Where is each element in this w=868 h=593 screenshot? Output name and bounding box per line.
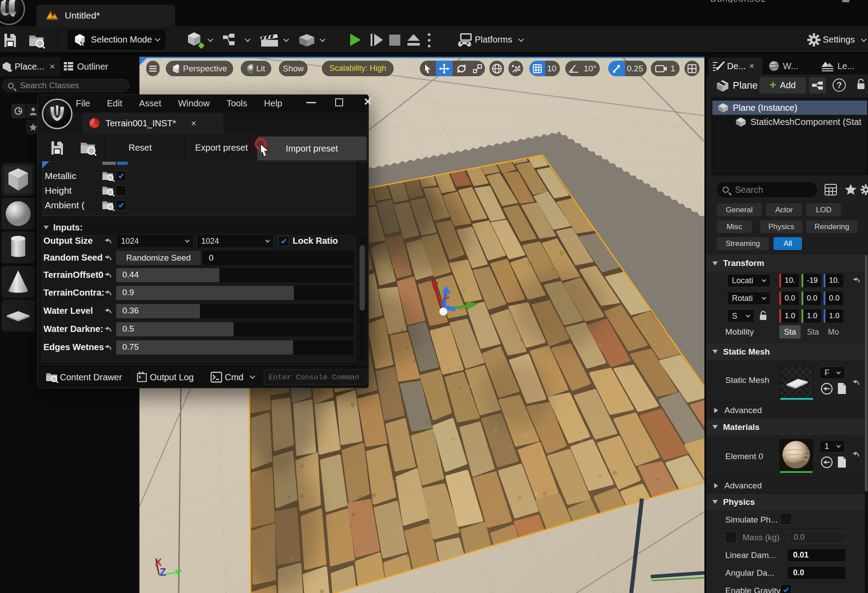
svg-text:Z: Z — [160, 566, 166, 578]
svg-text:Y: Y — [175, 567, 182, 579]
